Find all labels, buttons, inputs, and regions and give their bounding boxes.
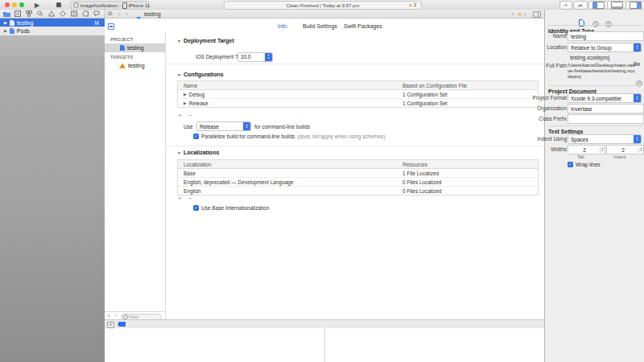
warning-count-badge[interactable]: ▲ 2 [408,2,416,7]
debug-navigator-icon[interactable] [70,10,78,17]
sidebar-target-item[interactable]: A testing [105,61,165,70]
table-row[interactable]: English, deprecated — Development Langua… [178,178,538,187]
tab-width-stepper[interactable]: 2 [568,145,605,154]
ios-deployment-target-select[interactable]: 10.0 [237,52,273,62]
related-items-icon[interactable] [108,23,114,30]
parallelize-label: Parallelize build for command-line build… [201,134,295,139]
column-header-based-on[interactable]: Based on Configuration File [402,83,538,88]
stop-button[interactable] [56,2,61,7]
next-issue-icon[interactable]: › [524,10,526,18]
tab-swift-packages[interactable]: Swift Packages [344,23,382,29]
zoom-window-button[interactable] [19,2,24,7]
organization-field[interactable]: Invertase [568,104,644,113]
column-header-name[interactable]: Name [178,83,402,88]
minimize-window-button[interactable] [12,2,17,7]
organization-label: Organization [518,105,567,111]
indent-using-select[interactable]: Spaces [568,134,642,144]
disclosure-icon[interactable]: ▶ [184,101,187,105]
class-prefix-field[interactable] [568,114,644,124]
disclosure-icon[interactable]: ▶ [4,20,7,25]
parallelize-checkbox-row[interactable]: Parallelize build for command-line build… [193,134,385,139]
hide-debug-area-icon[interactable]: ▼ [107,322,114,328]
breakpoints-toggle-icon[interactable] [118,322,126,327]
breakpoint-navigator-icon[interactable] [81,10,89,17]
add-configuration-button[interactable]: + [178,113,182,119]
name-field[interactable]: testing [568,31,644,41]
tab-info[interactable]: Info [278,23,287,29]
table-row[interactable]: English 0 Files Localized [178,187,538,195]
navigator-row-pods[interactable]: ▶ Pods [0,27,105,35]
disclosure-icon[interactable]: ▶ [184,92,187,97]
quick-help-inspector-icon[interactable]: ? [605,16,612,31]
checkbox-checked-icon[interactable] [193,134,199,139]
wrap-lines-row[interactable]: Wrap lines [568,162,601,167]
project-format-select[interactable]: Xcode 9.3-compatible [568,93,642,103]
editor-arrows-button[interactable]: ⇄ [573,1,588,10]
indent-caption: Indent [613,154,625,159]
indent-width-value: 2 [621,147,626,153]
symbol-navigator-icon[interactable] [25,10,33,17]
location-select[interactable]: Relative to Group [568,43,642,52]
issue-warning-icon[interactable]: ▲ [518,11,522,16]
navigator-row-testing[interactable]: ▶ testing M [0,19,105,27]
variables-view[interactable] [105,328,324,362]
name-label: Name [518,33,567,39]
dropdown-arrows-icon [634,135,641,143]
text-settings-header: Text Settings [548,129,583,134]
back-chevron-icon[interactable]: ‹ [118,10,121,18]
disclosure-icon[interactable]: ▶ [4,28,7,33]
remove-item-button[interactable]: − [114,313,118,319]
stepper-arrows-icon[interactable] [600,147,605,153]
column-header-localization[interactable]: Localization [178,162,402,167]
console-view[interactable] [324,328,545,362]
find-navigator-icon[interactable] [36,10,44,17]
localizations-section[interactable]: ▼Localizations [177,150,219,155]
section-disclosure-icon[interactable]: ▼ [177,150,181,155]
toggle-inspector-button[interactable] [625,1,644,10]
section-disclosure-icon[interactable]: ▼ [177,72,181,77]
sidebar-project-item[interactable]: testing [105,43,165,52]
source-control-navigator-icon[interactable] [14,10,22,17]
project-navigator-icon[interactable] [2,10,10,17]
table-row[interactable]: Base 1 File Localized [178,169,538,178]
reveal-arrow-icon[interactable] [636,76,642,90]
navigator-panel-icon [592,2,605,9]
remove-configuration-button[interactable]: − [188,113,192,119]
iphone-icon [122,2,127,9]
issue-navigator-icon[interactable] [47,10,56,17]
scheme-name: imageNotification [80,3,118,8]
command-line-config-select[interactable]: Release [196,121,251,131]
library-add-button[interactable]: + [559,1,572,10]
tab-overview-icon[interactable]: ⊞ [108,10,113,17]
active-tab-label[interactable]: testing [144,11,161,17]
forward-chevron-icon[interactable]: › [126,10,128,18]
selected-value: Relative to Group [568,43,634,51]
toggle-navigator-button[interactable] [588,1,608,10]
stepper-arrows-icon[interactable] [638,147,643,153]
checkbox-checked-icon[interactable] [568,162,573,167]
name-value: testing [571,34,586,39]
scheme-selector[interactable]: imageNotification › iPhone 11 [70,1,149,10]
tab-build-settings[interactable]: Build Settings [303,23,337,29]
section-disclosure-icon[interactable]: ▼ [177,39,181,43]
configurations-section[interactable]: ▼Configurations [177,72,224,77]
close-window-button[interactable] [5,2,10,7]
previous-issue-icon[interactable]: ‹ [512,10,514,18]
report-navigator-icon[interactable] [93,10,101,17]
deployment-target-section[interactable]: ▼Deployment Target [177,38,234,43]
checkbox-checked-icon[interactable] [193,205,199,211]
run-button[interactable]: ▶ [35,2,39,9]
project-file-icon [10,20,14,26]
indent-width-stepper[interactable]: 2 [606,145,644,154]
base-internationalization-row[interactable]: Use Base Internationalization [193,205,270,211]
add-item-button[interactable]: + [107,313,110,319]
column-header-resources[interactable]: Resources [402,162,538,167]
test-navigator-icon[interactable] [59,10,67,17]
add-editor-icon[interactable] [533,11,541,18]
add-localization-button[interactable]: + [178,195,182,202]
table-row[interactable]: ▶Release 1 Configuration Set [178,99,538,107]
remove-localization-button[interactable]: − [188,195,192,202]
tab-caption: Tab [577,154,584,159]
toggle-debug-area-button[interactable] [607,1,626,10]
table-row[interactable]: ▶Debug 1 Configuration Set [178,90,538,99]
